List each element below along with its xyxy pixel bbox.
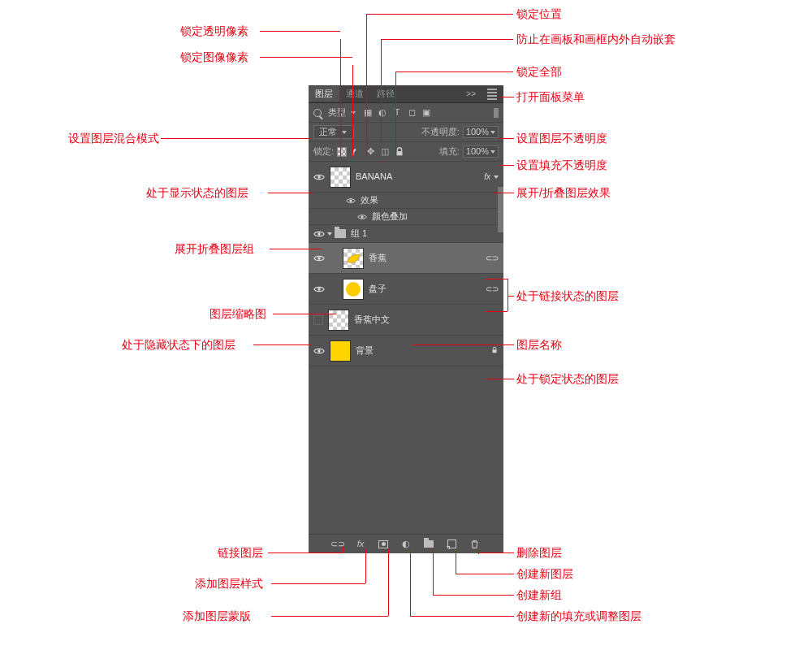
fill-label: 填充: — [439, 147, 460, 156]
leader — [485, 279, 508, 280]
layer-banana-cn[interactable]: 香蕉 ⊂⊃ — [309, 243, 503, 274]
leader — [395, 72, 396, 157]
layer-thumbnail[interactable] — [343, 248, 364, 269]
callout-linked: 处于链接状态的图层 — [516, 289, 619, 304]
leader — [410, 549, 411, 616]
callout-lock-position: 锁定位置 — [516, 7, 562, 22]
effect-color-overlay[interactable]: 颜色叠加 — [309, 209, 503, 225]
panel-menu-button[interactable] — [481, 88, 503, 101]
filter-smart-icon[interactable]: ▣ — [421, 107, 432, 119]
filter-kind-label: 类型 — [328, 108, 346, 117]
leader — [487, 379, 514, 379]
leader — [260, 57, 352, 58]
chevron-down-icon — [490, 131, 495, 134]
callout-group-toggle: 展开折叠图层组 — [175, 242, 254, 257]
visibility-off-icon[interactable] — [313, 315, 323, 325]
callout-blend-mode: 设置图层混合模式 — [54, 132, 159, 146]
layer-thumbnail[interactable] — [328, 310, 349, 331]
leader — [270, 249, 322, 249]
filter-kind-dropdown[interactable]: 类型 — [325, 106, 359, 119]
layer-thumbnail[interactable] — [343, 279, 364, 300]
leader — [478, 549, 479, 554]
visibility-icon[interactable] — [313, 171, 325, 183]
layer-thumbnail[interactable] — [330, 167, 351, 188]
visibility-icon[interactable] — [357, 212, 367, 222]
leader — [365, 549, 366, 583]
filter-image-icon[interactable]: ▦ — [362, 107, 374, 119]
filter-toggle[interactable] — [494, 108, 499, 118]
delete-layer-button[interactable] — [469, 539, 480, 550]
layer-banana-en[interactable]: BANANA fx — [309, 162, 503, 193]
layer-banana-text[interactable]: 香蕉中文 — [309, 305, 503, 336]
layer-list: BANANA fx 效果 颜色叠加 — [309, 162, 503, 366]
tab-paths[interactable]: 路径 — [370, 86, 401, 102]
callout-lock-image: 锁定图像像素 — [180, 50, 248, 65]
callout-add-style: 添加图层样式 — [195, 577, 263, 592]
blend-mode-value: 正常 — [319, 128, 337, 136]
visibility-icon[interactable] — [313, 253, 325, 264]
callout-new-layer: 创建新图层 — [516, 567, 573, 582]
filter-adjust-icon[interactable]: ◐ — [377, 107, 388, 119]
fx-expand-icon[interactable] — [494, 176, 499, 179]
filter-shape-icon[interactable]: ◻ — [406, 107, 417, 119]
effects-header[interactable]: 效果 — [309, 193, 503, 209]
svg-point-6 — [317, 288, 321, 291]
layers-panel: 图层 通道 路径 >> 类型 ▦ ◐ T ◻ ▣ 正常 — [309, 85, 503, 553]
chevron-down-icon — [351, 111, 356, 115]
visibility-icon[interactable] — [313, 228, 325, 240]
blend-mode-dropdown[interactable]: 正常 — [313, 125, 354, 139]
callout-thumbnail: 图层缩略图 — [209, 307, 266, 322]
leader — [343, 547, 343, 552]
link-layers-button[interactable]: ⊂⊃ — [332, 539, 343, 550]
callout-layer-name: 图层名称 — [516, 338, 562, 353]
fill-input[interactable]: 100% — [463, 145, 499, 158]
leader — [253, 344, 312, 345]
lock-transparent-icon[interactable] — [337, 147, 347, 157]
leader — [412, 344, 514, 345]
callout-link-layers: 链接图层 — [218, 546, 263, 561]
svg-point-2 — [350, 199, 352, 202]
filter-row: 类型 ▦ ◐ T ◻ ▣ — [309, 103, 503, 123]
layer-plate[interactable]: 盘子 ⊂⊃ — [309, 274, 503, 305]
leader — [499, 97, 514, 98]
leader — [388, 549, 389, 616]
leader — [395, 72, 513, 72]
new-layer-button[interactable] — [446, 539, 457, 550]
scrollbar[interactable] — [498, 187, 503, 232]
layer-thumbnail[interactable] — [330, 340, 351, 362]
filter-type-icon[interactable]: T — [391, 107, 403, 119]
leader — [508, 279, 508, 311]
chevron-down-icon — [342, 131, 347, 134]
callout-new-group: 创建新组 — [516, 588, 562, 603]
callout-opacity: 设置图层不透明度 — [516, 132, 607, 146]
layer-background[interactable]: 背景 — [309, 336, 503, 366]
leader — [381, 39, 382, 157]
new-group-button[interactable] — [423, 539, 434, 550]
svg-point-3 — [361, 215, 364, 218]
opacity-input[interactable]: 100% — [463, 126, 499, 138]
new-fill-adjust-button[interactable]: ◐ — [400, 539, 412, 550]
collapse-button[interactable]: >> — [461, 90, 481, 98]
add-style-button[interactable]: fx — [355, 539, 366, 550]
group-twisty-icon[interactable] — [327, 232, 332, 236]
callout-hidden: 处于隐藏状态下的图层 — [122, 338, 235, 353]
leader — [499, 138, 514, 139]
add-mask-button[interactable] — [378, 539, 389, 550]
leader — [433, 549, 434, 595]
tab-layers[interactable]: 图层 — [309, 86, 339, 102]
leader — [260, 31, 340, 32]
leader — [478, 552, 514, 553]
fx-badge: fx — [484, 173, 490, 181]
callout-lock-all: 锁定全部 — [516, 65, 562, 80]
svg-point-5 — [317, 257, 321, 260]
panel-tabbar: 图层 通道 路径 >> — [309, 85, 503, 103]
opacity-label: 不透明度: — [421, 128, 460, 136]
lock-row: 锁定: ✥ ◫ 填充: 100% — [309, 142, 503, 162]
layer-group1[interactable]: 组 1 — [309, 225, 503, 243]
visibility-icon[interactable] — [313, 284, 325, 295]
visibility-icon[interactable] — [346, 196, 356, 206]
visibility-icon[interactable] — [313, 345, 325, 357]
leader — [271, 616, 388, 617]
leader — [366, 14, 513, 15]
leader — [273, 314, 336, 314]
